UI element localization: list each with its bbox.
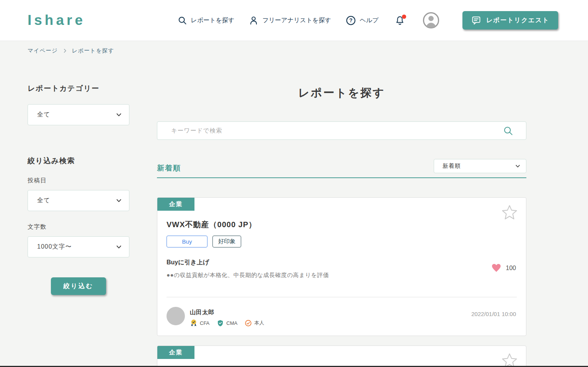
chevron-down-icon [116,197,122,204]
refine-heading: 絞り込み検索 [28,156,129,166]
breadcrumb: マイページ レポートを探す [28,47,114,54]
breadcrumb-chevron-icon [62,48,67,53]
credential-cma: CMA [217,319,237,327]
category-badge: 企業 [157,198,194,211]
card-divider [167,297,517,297]
chat-bubble-icon [471,15,481,25]
svg-text:?: ? [349,17,353,23]
credential-label: CMA [226,320,237,326]
account-menu-button[interactable] [423,12,439,29]
avatar-icon [423,12,439,29]
nav-label: フリーアナリストを探す [262,16,331,25]
char-count-select[interactable]: 1000文字〜 [28,236,129,257]
tag-row: Buy 好印象 [167,236,517,247]
notification-dot [402,15,406,19]
report-timestamp: 2022/01/01 10:00 [471,311,516,317]
report-headline: Buyに引き上げ [167,259,517,267]
filter-apply-button[interactable]: 絞り込む [51,277,106,295]
nav-label: レポートを探す [191,16,235,25]
nav-item-find-analysts[interactable]: フリーアナリストを探す [249,16,331,25]
page-title: レポートを探す [157,85,526,101]
credential-self: 本人 [245,319,264,327]
category-badge: 企業 [157,346,194,359]
person-icon [249,16,258,25]
breadcrumb-item-current[interactable]: レポートを探す [72,47,114,54]
sort-row: 新着順 新着順 [157,159,526,178]
category-select-value: 全て [37,111,50,119]
post-date-label: 投稿日 [28,177,129,185]
char-count-select-value: 1000文字〜 [37,243,72,251]
chevron-down-icon [116,111,122,118]
filter-sidebar: レポートカテゴリー 全て 絞り込み検索 投稿日 全て 文字数 1000文字〜 絞… [28,84,129,295]
search-input[interactable] [157,121,526,140]
chevron-down-icon [515,163,521,169]
credentials-row: CFA CMA [190,319,264,327]
report-title: VWX不動産（0000 JP） [167,220,517,230]
report-request-button[interactable]: レポートリクエスト [462,11,558,29]
post-date-select[interactable]: 全て [28,190,129,211]
category-heading: レポートカテゴリー [28,84,129,93]
header-nav: レポートを探す フリーアナリストを探す ? ヘルプ [178,11,558,29]
rating-tag: Buy [167,236,207,247]
credential-label: CFA [200,320,209,326]
report-card[interactable]: 企業 DEF商事（0000 JP） [157,346,526,367]
heart-icon [491,263,501,273]
nav-item-help[interactable]: ? ヘルプ [346,15,379,26]
credential-cfa: CFA [190,319,209,327]
author-avatar[interactable] [167,307,185,325]
chevron-down-icon [116,244,122,250]
credential-label: 本人 [254,319,264,326]
search-icon [178,16,187,25]
brand-logo[interactable]: Ishare [28,12,85,28]
post-date-select-value: 全て [37,197,50,205]
report-request-label: レポートリクエスト [486,16,549,25]
sort-select[interactable]: 新着順 [434,159,526,173]
star-icon[interactable] [501,204,518,221]
check-circle-icon [245,319,252,327]
category-select[interactable]: 全て [28,104,129,125]
impression-tag: 好印象 [212,236,241,247]
header: Ishare レポートを探す フリーアナリストを探す ? [0,0,588,41]
report-summary: ●●の収益貢献が本格化、中長期的な成長確度の高まりを評価 [167,272,517,279]
sort-select-value: 新着順 [443,162,461,170]
author-name[interactable]: 山田太郎 [190,309,264,316]
author-row: 山田太郎 CFA [167,307,517,336]
question-icon: ? [346,15,356,26]
star-icon[interactable] [501,352,518,367]
sort-tab-newest[interactable]: 新着順 [157,163,181,173]
likes-count: 100 [506,265,516,272]
shield-icon [217,319,224,327]
nav-item-find-reports[interactable]: レポートを探す [178,16,235,25]
main-content: レポートを探す 新着順 新着順 企業 VWX不動産（0000 JP） Buy [157,80,526,367]
medal-icon [190,319,198,327]
nav-label: ヘルプ [360,16,379,25]
notifications-button[interactable] [395,15,405,26]
search-icon[interactable] [503,126,513,136]
char-count-label: 文字数 [28,223,129,231]
report-card[interactable]: 企業 VWX不動産（0000 JP） Buy 好印象 Buyに引き上げ ●●の収… [157,197,526,336]
breadcrumb-item-mypage[interactable]: マイページ [28,47,58,54]
likes[interactable]: 100 [491,263,516,273]
search-bar [157,121,526,140]
